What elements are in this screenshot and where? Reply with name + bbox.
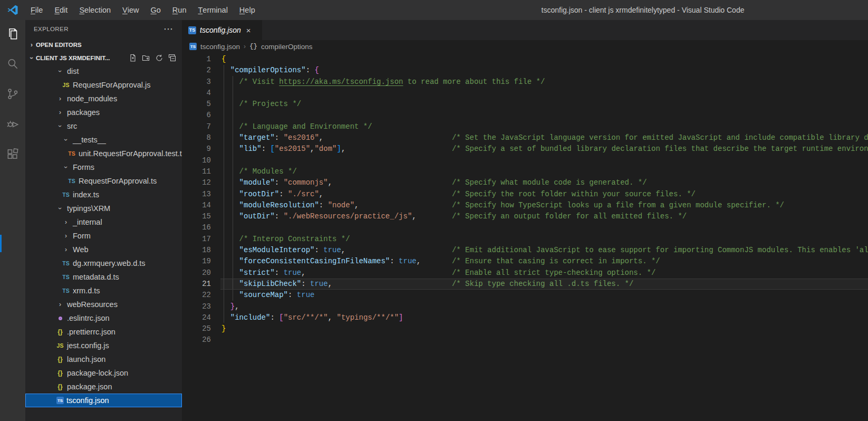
line-number: 26 xyxy=(182,334,211,346)
tree-item-tsconfig-json[interactable]: TStsconfig.json xyxy=(25,394,182,407)
code-line-9[interactable]: 9 "lib": ["es2015","dom"], /* Specify a … xyxy=(182,143,868,155)
code-line-19[interactable]: 19 "forceConsistentCasingInFileNames": t… xyxy=(182,256,868,267)
code-line-23[interactable]: 23 }, xyxy=(182,301,868,312)
tree-item-packages[interactable]: ›packages xyxy=(25,106,182,119)
root-folder-label: CLIENT JS XRMDEFINIT... xyxy=(36,55,110,61)
code-line-22[interactable]: 22 "sourceMap": true xyxy=(182,290,868,301)
tree-item--eslintrc-json[interactable]: .eslintrc.json xyxy=(25,311,182,325)
json-file-icon: {} xyxy=(56,383,64,390)
menu-terminal[interactable]: Terminal xyxy=(192,0,233,20)
tree-item-label: .eslintrc.json xyxy=(67,314,110,322)
code-text: { xyxy=(221,54,226,65)
chevron-right-icon: › xyxy=(56,109,64,116)
menu-file[interactable]: File xyxy=(25,0,49,20)
code-line-16[interactable]: 16 xyxy=(182,222,868,233)
new-folder-icon[interactable] xyxy=(142,54,150,62)
tree-item-src[interactable]: ›src xyxy=(25,119,182,133)
code-line-2[interactable]: 2 "compilerOptions": { xyxy=(182,65,868,76)
tree-item-web[interactable]: ›Web xyxy=(25,243,182,256)
line-number: 16 xyxy=(182,222,211,233)
line-number: 24 xyxy=(182,312,211,323)
code-line-18[interactable]: 18 "esModuleInterop": true, /* Emit addi… xyxy=(182,245,868,256)
code-line-26[interactable]: 26 xyxy=(182,334,868,346)
tree-item-typings-xrm[interactable]: ›typings\XRM xyxy=(25,202,182,215)
code-line-12[interactable]: 12 "module": "commonjs", /* Specify what… xyxy=(182,177,868,188)
code-line-5[interactable]: 5 /* Projects */ xyxy=(182,99,868,110)
tree-item-jest-config-js[interactable]: JSjest.config.js xyxy=(25,339,182,352)
code-line-6[interactable]: 6 xyxy=(182,110,868,121)
line-number: 6 xyxy=(182,110,211,121)
chevron-right-icon: › xyxy=(56,95,64,102)
open-editors-section[interactable]: › OPEN EDITORS xyxy=(25,38,182,51)
code-line-3[interactable]: 3 /* Visit https://aka.ms/tsconfig.json … xyxy=(182,76,868,88)
collapse-all-icon[interactable] xyxy=(168,54,177,62)
tree-item-webresources[interactable]: ›webResources xyxy=(25,298,182,311)
tree-item-form[interactable]: ›Form xyxy=(25,229,182,243)
tree-item-dist[interactable]: ›dist xyxy=(25,64,182,78)
menu-go[interactable]: Go xyxy=(144,0,166,20)
code-line-24[interactable]: 24 "include": ["src/**/*", "typings/**/*… xyxy=(182,312,868,323)
code-editor[interactable]: 1{2 "compilerOptions": {3 /* Visit https… xyxy=(182,53,868,346)
menu-run[interactable]: Run xyxy=(167,0,192,20)
source-control-icon[interactable] xyxy=(0,80,25,108)
tree-item-dg-xrmquery-web-d-ts[interactable]: TSdg.xrmquery.web.d.ts xyxy=(25,256,182,270)
trailing-comment: /* Specify the root folder within your s… xyxy=(452,190,696,198)
menu-help[interactable]: Help xyxy=(234,0,261,20)
breadcrumb-file[interactable]: tsconfig.json xyxy=(200,43,240,51)
tree-item-requestforapproval-ts[interactable]: TSRequestForApproval.ts xyxy=(25,174,182,188)
tree-item-requestforapproval-js[interactable]: JSRequestForApproval.js xyxy=(25,78,182,92)
search-icon[interactable] xyxy=(0,50,25,78)
tree-item-package-lock-json[interactable]: {}package-lock.json xyxy=(25,366,182,380)
breadcrumb-symbol[interactable]: compilerOptions xyxy=(261,43,313,51)
tree-item-launch-json[interactable]: {}launch.json xyxy=(25,352,182,366)
tree-item-index-ts[interactable]: TSindex.ts xyxy=(25,188,182,202)
code-line-13[interactable]: 13 "rootDir": "./src", /* Specify the ro… xyxy=(182,189,868,200)
code-line-8[interactable]: 8 "target": "es2016", /* Set the JavaScr… xyxy=(182,132,868,143)
code-text: "include": ["src/**/*", "typings/**/*"] xyxy=(221,312,403,323)
tab-tsconfig[interactable]: TS tsconfig.json × xyxy=(182,20,262,40)
tree-item--prettierrc-json[interactable]: {}.prettierrc.json xyxy=(25,325,182,339)
tree-item--internal[interactable]: ›_internal xyxy=(25,215,182,229)
code-line-4[interactable]: 4 xyxy=(182,88,868,99)
code-line-7[interactable]: 7 /* Language and Environment */ xyxy=(182,121,868,132)
new-file-icon[interactable] xyxy=(129,54,137,62)
refresh-icon[interactable] xyxy=(155,54,163,62)
close-icon[interactable]: × xyxy=(246,26,251,35)
code-line-17[interactable]: 17 /* Interop Constraints */ xyxy=(182,234,868,245)
tree-item-package-json[interactable]: {}package.json xyxy=(25,380,182,394)
tree-item-forms[interactable]: ›Forms xyxy=(25,160,182,174)
js-file-icon: JS xyxy=(56,342,64,349)
tree-item-label: __tests__ xyxy=(73,136,106,144)
code-line-10[interactable]: 10 xyxy=(182,155,868,166)
line-number: 17 xyxy=(182,234,211,245)
code-line-11[interactable]: 11 /* Modules */ xyxy=(182,166,868,177)
root-folder-section[interactable]: › CLIENT JS XRMDEFINIT... xyxy=(25,51,182,64)
tree-item-xrm-d-ts[interactable]: TSxrm.d.ts xyxy=(25,284,182,298)
more-actions-icon[interactable]: ⋯ xyxy=(163,23,173,35)
extensions-icon[interactable] xyxy=(0,140,25,168)
ts-file-icon: TS xyxy=(67,178,76,184)
tree-item-label: jest.config.js xyxy=(67,341,109,350)
tree-item-node-modules[interactable]: ›node_modules xyxy=(25,92,182,106)
explorer-icon[interactable] xyxy=(0,20,25,47)
menu-selection[interactable]: Selection xyxy=(73,0,117,20)
code-line-25[interactable]: 25} xyxy=(182,323,868,334)
tree-item--tests-[interactable]: ›__tests__ xyxy=(25,133,182,147)
code-line-20[interactable]: 20 "strict": true, /* Enable all strict … xyxy=(182,267,868,279)
code-line-14[interactable]: 14 "moduleResolution": "node", /* Specif… xyxy=(182,200,868,211)
menu-view[interactable]: View xyxy=(117,0,144,20)
code-line-15[interactable]: 15 "outDir": "./webResources/practice_/j… xyxy=(182,211,868,222)
tree-item-unit-requestforapproval-test-ts[interactable]: TSunit.RequestForApproval.test.ts xyxy=(25,147,182,160)
menu-edit[interactable]: Edit xyxy=(49,0,73,20)
explorer-sidebar: EXPLORER ⋯ › OPEN EDITORS › CLIENT JS XR… xyxy=(25,20,182,421)
line-number: 1 xyxy=(182,54,211,65)
line-number: 22 xyxy=(182,290,211,301)
code-line-21[interactable]: 21 "skipLibCheck": true, /* Skip type ch… xyxy=(182,279,868,290)
line-number: 14 xyxy=(182,200,211,211)
vscode-logo-icon xyxy=(7,4,18,16)
code-line-1[interactable]: 1{ xyxy=(182,54,868,65)
tab-bar: TS tsconfig.json × xyxy=(182,20,868,40)
run-and-debug-icon[interactable] xyxy=(0,110,25,138)
tree-item-metadata-d-ts[interactable]: TSmetadata.d.ts xyxy=(25,270,182,284)
line-number: 15 xyxy=(182,211,211,222)
